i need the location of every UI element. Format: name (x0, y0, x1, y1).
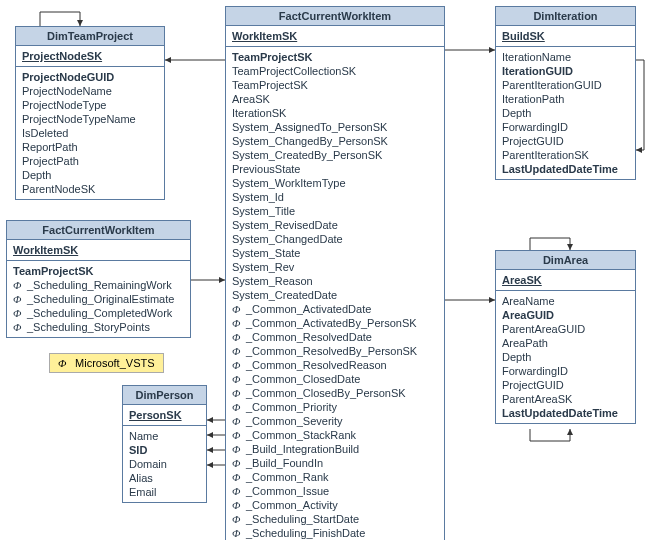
field-label: _Common_Issue (246, 485, 329, 497)
field-row: Φ_Common_ClosedDate (232, 372, 438, 386)
phi-icon: Φ (232, 456, 242, 470)
field-row: ProjectNodeTypeName (22, 112, 158, 126)
field-label: _Build_IntegrationBuild (246, 443, 359, 455)
phi-icon: Φ (232, 386, 242, 400)
field-row: Φ_Common_Rank (232, 470, 438, 484)
field-row: IsDeleted (22, 126, 158, 140)
field-label: _Scheduling_CompletedWork (27, 307, 172, 319)
field-row: Φ_Common_Severity (232, 414, 438, 428)
field-label: IsDeleted (22, 127, 68, 139)
vsts-legend: Φ Microsoft_VSTS (49, 353, 164, 373)
entity-factcurrentworkitem-large: FactCurrentWorkItem WorkItemSK TeamProje… (225, 6, 445, 540)
field-row: Φ_Common_Activity (232, 498, 438, 512)
field-label: Name (129, 430, 158, 442)
field-row: ParentIterationSK (502, 148, 629, 162)
field-label: _Scheduling_StartDate (246, 513, 359, 525)
phi-icon: Φ (232, 414, 242, 428)
field-row: AreaPath (502, 336, 629, 350)
phi-icon: Φ (232, 344, 242, 358)
pk-field: BuildSK (502, 29, 629, 43)
field-row: System_RevisedDate (232, 218, 438, 232)
field-label: Domain (129, 458, 167, 470)
field-label: IterationPath (502, 93, 564, 105)
field-label: AreaName (502, 295, 555, 307)
field-row: Φ_Common_ResolvedBy_PersonSK (232, 344, 438, 358)
entity-title: DimPerson (123, 386, 206, 405)
entity-body: TeamProjectSKTeamProjectCollectionSKTeam… (226, 47, 444, 540)
field-row: Depth (22, 168, 158, 182)
field-label: _Build_FoundIn (246, 457, 323, 469)
field-row: Φ_Build_IntegrationBuild (232, 442, 438, 456)
field-row: AreaSK (232, 92, 438, 106)
field-label: System_Id (232, 191, 284, 203)
field-row: System_ChangedDate (232, 232, 438, 246)
field-label: System_Rev (232, 261, 294, 273)
entity-body: AreaNameAreaGUIDParentAreaGUIDAreaPathDe… (496, 291, 635, 423)
entity-body: ProjectNodeGUIDProjectNodeNameProjectNod… (16, 67, 164, 199)
phi-icon: Φ (232, 372, 242, 386)
phi-icon: Φ (232, 400, 242, 414)
field-label: Depth (22, 169, 51, 181)
field-row: Φ_Common_ResolvedReason (232, 358, 438, 372)
pk-field: PersonSK (129, 408, 200, 422)
field-row: Φ_Scheduling_OriginalEstimate (13, 292, 184, 306)
field-label: _Common_StackRank (246, 429, 356, 441)
field-label: LastUpdatedDateTime (502, 163, 618, 175)
field-row: Φ_Scheduling_RemainingWork (13, 278, 184, 292)
field-label: ParentAreaSK (502, 393, 572, 405)
field-row: System_State (232, 246, 438, 260)
field-row: System_AssignedTo_PersonSK (232, 120, 438, 134)
entity-title: DimArea (496, 251, 635, 270)
field-row: IterationName (502, 50, 629, 64)
field-label: IterationName (502, 51, 571, 63)
pk-field: WorkItemSK (13, 243, 184, 257)
field-label: System_WorkItemType (232, 177, 346, 189)
phi-icon: Φ (232, 316, 242, 330)
field-row: ParentIterationGUID (502, 78, 629, 92)
field-row: Domain (129, 457, 200, 471)
field-row: TeamProjectSK (232, 78, 438, 92)
field-row: ParentAreaGUID (502, 322, 629, 336)
field-label: System_Title (232, 205, 295, 217)
field-row: ProjectNodeName (22, 84, 158, 98)
entity-factcurrentworkitem-small: FactCurrentWorkItem WorkItemSK TeamProje… (6, 220, 191, 338)
phi-icon: Φ (232, 428, 242, 442)
phi-icon: Φ (232, 302, 242, 316)
phi-icon: Φ (58, 357, 68, 369)
field-row: LastUpdatedDateTime (502, 406, 629, 420)
field-label: TeamProjectSK (232, 79, 308, 91)
field-row: Φ_Scheduling_StartDate (232, 512, 438, 526)
field-label: IterationGUID (502, 65, 573, 77)
field-row: IterationSK (232, 106, 438, 120)
field-label: _Common_Activity (246, 499, 338, 511)
field-label: ProjectPath (22, 155, 79, 167)
entity-title: FactCurrentWorkItem (7, 221, 190, 240)
entity-dimiteration: DimIteration BuildSK IterationNameIterat… (495, 6, 636, 180)
field-label: ProjectNodeName (22, 85, 112, 97)
phi-icon: Φ (232, 484, 242, 498)
entity-body: TeamProjectSKΦ_Scheduling_RemainingWorkΦ… (7, 261, 190, 337)
field-label: SID (129, 444, 147, 456)
field-row: AreaName (502, 294, 629, 308)
phi-icon: Φ (13, 278, 23, 292)
field-row: Name (129, 429, 200, 443)
field-row: Depth (502, 350, 629, 364)
field-row: Φ_Scheduling_StoryPoints (13, 320, 184, 334)
field-label: _Common_ActivatedBy_PersonSK (246, 317, 417, 329)
field-row: ParentNodeSK (22, 182, 158, 196)
field-label: Alias (129, 472, 153, 484)
field-row: System_Id (232, 190, 438, 204)
field-label: ProjectGUID (502, 135, 564, 147)
field-label: System_ChangedDate (232, 233, 343, 245)
field-label: _Scheduling_FinishDate (246, 527, 365, 539)
field-label: TeamProjectSK (232, 51, 313, 63)
field-row: ProjectPath (22, 154, 158, 168)
field-label: ForwardingID (502, 121, 568, 133)
field-label: _Common_Severity (246, 415, 343, 427)
entity-dimteamproject: DimTeamProject ProjectNodeSK ProjectNode… (15, 26, 165, 200)
field-row: ProjectGUID (502, 134, 629, 148)
field-row: ProjectNodeGUID (22, 70, 158, 84)
field-row: System_Reason (232, 274, 438, 288)
entity-title: FactCurrentWorkItem (226, 7, 444, 26)
phi-icon: Φ (13, 292, 23, 306)
